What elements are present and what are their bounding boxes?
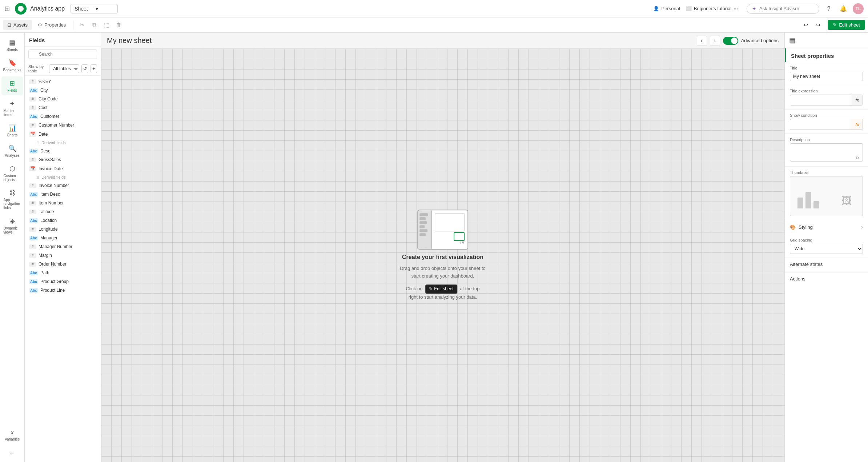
thumbnail-area[interactable]: 🖼	[790, 176, 863, 216]
sheet-dropdown[interactable]: Sheet ▾	[71, 4, 118, 13]
sidebar-item-variables[interactable]: x Variables	[1, 426, 23, 446]
table-select[interactable]: All tables	[49, 64, 79, 73]
copy-button[interactable]: ⧉	[89, 20, 100, 31]
field-item[interactable]: # Invoice Number	[25, 181, 101, 190]
advanced-options-toggle[interactable]	[723, 37, 738, 45]
sidebar-item-sheets[interactable]: ▤ Sheets	[1, 36, 23, 55]
description-input[interactable]	[790, 143, 863, 162]
grid-menu-icon[interactable]: ⊞	[4, 5, 10, 13]
field-item[interactable]: # %KEY	[25, 77, 101, 86]
field-name: Path	[40, 270, 49, 275]
click-instruction: Click on ✎ Edit sheet at the top right t…	[406, 284, 479, 301]
show-condition-input-wrap: fx	[790, 119, 863, 130]
field-item[interactable]: # Customer Number	[25, 121, 101, 130]
field-item[interactable]: # Manager Number	[25, 242, 101, 251]
field-type-hash: #	[29, 262, 36, 267]
top-nav: ⊞ Analytics app Sheet ▾ 👤 Personal ⬜ Beg…	[0, 0, 868, 17]
show-by-table-area: Show by table All tables ↺ +	[25, 62, 101, 76]
qlik-logo[interactable]	[14, 2, 27, 15]
sidebar-item-analyses[interactable]: 🔍 Analyses	[1, 142, 23, 160]
sidebar-item-charts[interactable]: 📊 Charts	[1, 121, 23, 140]
toolbar: ⊟ Assets ⚙ Properties ✂ ⧉ ⬚ 🗑 ↩ ↪ ✎ Edit…	[0, 17, 868, 33]
field-item[interactable]: # City Code	[25, 95, 101, 103]
field-item[interactable]: # Order Number	[25, 260, 101, 268]
tab-properties[interactable]: ⚙ Properties	[33, 20, 70, 30]
refresh-tables-button[interactable]: ↺	[81, 64, 88, 73]
field-item[interactable]: Abc Item Desc	[25, 190, 101, 199]
field-type-cal: 📅	[29, 131, 36, 137]
sidebar-item-dynamic-views[interactable]: ◈ Dynamic views	[1, 214, 23, 237]
tab-assets[interactable]: ⊟ Assets	[3, 20, 32, 30]
fields-search-area: 🔍	[25, 47, 101, 62]
field-type-abc: Abc	[29, 192, 38, 197]
field-item[interactable]: 📅 Invoice Date	[25, 164, 101, 173]
paste-button[interactable]: ⬚	[101, 20, 112, 31]
field-type-hash: #	[29, 244, 36, 249]
field-type-hash: #	[29, 97, 36, 101]
derived-field-item[interactable]: ⊟ Derived fields	[25, 173, 101, 181]
field-item[interactable]: Abc Manager	[25, 234, 101, 242]
title-expression-input[interactable]	[790, 96, 852, 104]
main-layout: ▤ Sheets 🔖 Bookmarks ⊞ Fields ✦ Master i…	[0, 33, 868, 462]
prev-sheet-button[interactable]: ‹	[697, 36, 707, 46]
undo-button[interactable]: ↩	[800, 20, 811, 31]
redo-button[interactable]: ↪	[812, 20, 823, 31]
more-icon[interactable]: •••	[734, 7, 738, 11]
title-expression-fx-button[interactable]: fx	[852, 95, 863, 105]
add-table-button[interactable]: +	[91, 64, 97, 73]
field-name: Product Line	[40, 288, 65, 293]
next-sheet-button[interactable]: ›	[710, 36, 720, 46]
show-condition-fx-button[interactable]: fx	[852, 119, 863, 130]
thumbnail-image-icon: 🖼	[841, 195, 852, 207]
sidebar-item-app-nav[interactable]: ⛓ App navigation links	[1, 186, 23, 213]
field-item[interactable]: # Cost	[25, 103, 101, 112]
sidebar-item-bookmarks[interactable]: 🔖 Bookmarks	[1, 56, 23, 75]
field-item[interactable]: Abc Path	[25, 268, 101, 277]
title-expression-input-wrap: fx	[790, 95, 863, 105]
cut-button[interactable]: ✂	[76, 20, 87, 31]
title-input[interactable]	[790, 72, 863, 81]
canvas-toolbar: My new sheet ‹ › Advanced options	[101, 33, 784, 49]
avatar[interactable]: TL	[853, 3, 864, 14]
tutorial-nav[interactable]: ⬜ Beginner's tutorial •••	[686, 6, 738, 11]
sidebar-collapse-button[interactable]: ←	[1, 447, 23, 462]
field-item[interactable]: # GrossSales	[25, 155, 101, 164]
grid-spacing-select[interactable]: Wide Narrow Medium Extra wide	[790, 244, 863, 254]
field-name: Item Desc	[40, 192, 60, 197]
field-name: Margin	[39, 253, 52, 258]
edit-sheet-button[interactable]: ✎ Edit sheet	[828, 20, 865, 30]
field-item[interactable]: Abc Product Group	[25, 277, 101, 286]
sidebar-item-fields[interactable]: ⊞ Fields	[1, 76, 23, 95]
field-item[interactable]: 📅 Date	[25, 130, 101, 139]
field-item[interactable]: Abc City	[25, 86, 101, 95]
show-condition-input[interactable]	[790, 120, 852, 129]
field-item[interactable]: # Margin	[25, 251, 101, 260]
field-type-abc: Abc	[29, 114, 38, 119]
insight-search[interactable]: ✦	[747, 4, 819, 14]
field-name: Order Number	[39, 262, 67, 267]
field-type-abc: Abc	[29, 236, 38, 240]
help-button[interactable]: ?	[824, 4, 834, 14]
sidebar-item-master-items[interactable]: ✦ Master items	[1, 97, 23, 120]
field-item[interactable]: Abc Location	[25, 216, 101, 225]
field-item[interactable]: # Latitude	[25, 207, 101, 216]
assets-icon: ⊟	[7, 22, 11, 28]
field-item[interactable]: # Item Number	[25, 199, 101, 207]
field-name: Date	[39, 132, 48, 137]
derived-field-item[interactable]: ⊟ Derived fields	[25, 139, 101, 147]
description-fx-button[interactable]: fx	[854, 154, 861, 161]
styling-chevron-icon: ›	[861, 224, 863, 230]
left-sidebar: ▤ Sheets 🔖 Bookmarks ⊞ Fields ✦ Master i…	[0, 33, 25, 462]
notifications-button[interactable]: 🔔	[838, 4, 848, 14]
delete-button[interactable]: 🗑	[113, 20, 124, 31]
fields-search-input[interactable]	[28, 49, 97, 59]
styling-section[interactable]: 🎨 Styling ›	[785, 220, 868, 234]
field-item[interactable]: Abc Customer	[25, 112, 101, 121]
insight-search-input[interactable]	[759, 6, 814, 11]
field-item[interactable]: Abc Product Line	[25, 286, 101, 295]
field-item[interactable]: # Longitude	[25, 225, 101, 234]
field-item[interactable]: Abc Desc	[25, 147, 101, 155]
inline-edit-button[interactable]: ✎ Edit sheet	[425, 284, 457, 294]
sidebar-item-custom-objects[interactable]: ⬡ Custom objects	[1, 162, 23, 185]
canvas-grid[interactable]: ☞ Create your first visualization Drag a…	[101, 49, 784, 462]
